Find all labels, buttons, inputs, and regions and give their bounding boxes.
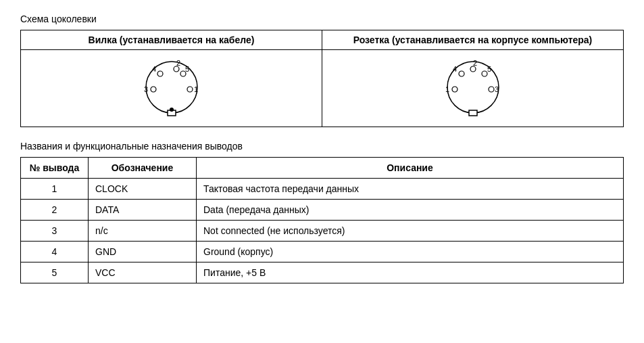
pin-number: 5 — [21, 262, 89, 283]
pin-description: Питание, +5 В — [197, 262, 624, 283]
pin-designation: DATA — [89, 200, 197, 221]
table-row: 4GNDGround (корпус) — [21, 242, 624, 262]
svg-point-5 — [157, 71, 163, 76]
pin-designation: VCC — [89, 262, 197, 283]
section-title-connector: Схема цоколевки — [20, 14, 624, 24]
svg-text:3: 3 — [495, 85, 499, 93]
connector-col2-header: Розетка (устанавливается на корпусе комп… — [322, 30, 624, 50]
svg-text:5: 5 — [185, 65, 189, 73]
table-row: 2DATAData (передача данных) — [21, 200, 624, 221]
section-title-pins: Названия и функциональные назначения выв… — [20, 141, 624, 152]
svg-text:3: 3 — [144, 85, 148, 93]
table-row: 1CLOCKТактовая частота передачи данных — [21, 179, 624, 200]
pin-number: 4 — [21, 242, 89, 262]
svg-point-18 — [459, 71, 464, 76]
pin-designation: n/c — [89, 221, 197, 242]
pin-table: № вывода Обозначение Описание 1CLOCKТакт… — [20, 157, 624, 283]
svg-rect-14 — [469, 110, 477, 116]
pin-designation: GND — [89, 242, 197, 262]
svg-point-19 — [482, 71, 487, 76]
svg-text:1: 1 — [445, 85, 449, 93]
female-connector-svg: 1 2 3 4 5 — [436, 57, 510, 118]
svg-point-3 — [174, 66, 179, 72]
pin-description: Тактовая частота передачи данных — [197, 179, 624, 200]
pin-number: 1 — [21, 179, 89, 200]
svg-text:4: 4 — [152, 65, 156, 73]
pin-designation: CLOCK — [89, 179, 197, 200]
table-row: 5VCCПитание, +5 В — [21, 262, 624, 283]
svg-text:2: 2 — [473, 59, 477, 67]
connector-col1-header: Вилка (устанавливается на кабеле) — [21, 30, 322, 50]
pin-col-number-header: № вывода — [21, 158, 89, 179]
pin-description: Data (передача данных) — [197, 200, 624, 221]
svg-point-2 — [187, 87, 193, 92]
pin-number: 2 — [21, 200, 89, 221]
svg-point-16 — [470, 66, 476, 72]
svg-point-4 — [151, 87, 156, 92]
male-connector-svg: 1 2 3 4 5 — [134, 57, 209, 118]
svg-point-17 — [489, 87, 494, 92]
svg-text:5: 5 — [487, 65, 491, 73]
pin-col-description-header: Описание — [197, 158, 624, 179]
pin-number: 3 — [21, 221, 89, 242]
svg-text:2: 2 — [176, 59, 180, 67]
svg-text:1: 1 — [194, 85, 198, 93]
connector-diagram-table: Вилка (устанавливается на кабеле) Розетк… — [20, 30, 624, 127]
svg-point-7 — [170, 108, 174, 112]
male-connector-cell: 1 2 3 4 5 — [21, 50, 322, 127]
svg-text:4: 4 — [453, 65, 457, 73]
svg-point-15 — [452, 87, 457, 92]
table-row: 3n/cNot connected (не используется) — [21, 221, 624, 242]
pin-col-designation-header: Обозначение — [89, 158, 197, 179]
female-connector-cell: 1 2 3 4 5 — [322, 50, 624, 127]
pin-description: Ground (корпус) — [197, 242, 624, 262]
pin-description: Not connected (не используется) — [197, 221, 624, 242]
